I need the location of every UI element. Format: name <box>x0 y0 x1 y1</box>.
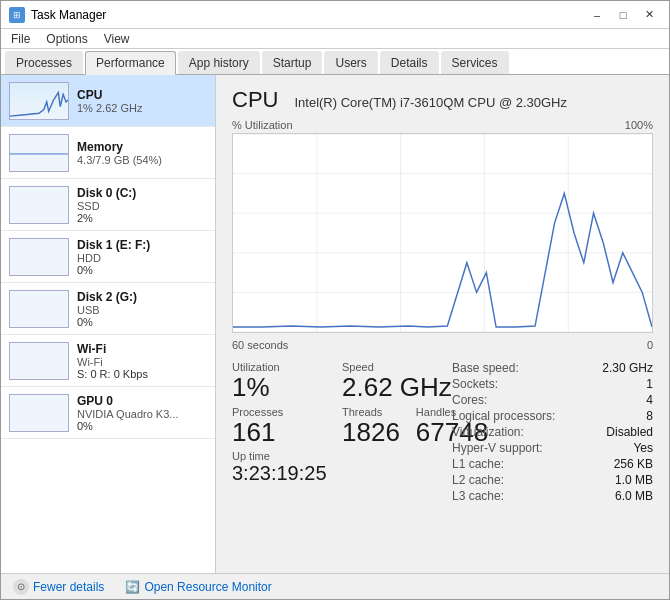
wifi-sidebar-value: S: 0 R: 0 Kbps <box>77 368 207 380</box>
svg-rect-2 <box>10 239 68 275</box>
disk2-sidebar-info: Disk 2 (G:) USB 0% <box>77 290 207 328</box>
fewer-details-link[interactable]: ⊙ Fewer details <box>13 579 104 595</box>
tab-users[interactable]: Users <box>324 51 377 74</box>
uptime-block: Up time 3:23:19:25 <box>232 450 342 484</box>
stats-col2: Speed 2.62 GHz Threads 1826 Handles 6774… <box>342 361 452 505</box>
disk1-sidebar-info: Disk 1 (E: F:) HDD 0% <box>77 238 207 276</box>
detail-processor: Intel(R) Core(TM) i7-3610QM CPU @ 2.30GH… <box>294 95 567 110</box>
l2-cache-label: L2 cache: <box>452 473 572 487</box>
menu-options[interactable]: Options <box>40 30 93 48</box>
speed-block: Speed 2.62 GHz <box>342 361 452 402</box>
l2-cache-row: L2 cache: 1.0 MB <box>452 473 653 487</box>
sidebar-item-memory[interactable]: Memory 4.3/7.9 GB (54%) <box>1 127 215 179</box>
speed-value: 2.62 GHz <box>342 373 452 402</box>
l1-cache-label: L1 cache: <box>452 457 572 471</box>
task-manager-window: ⊞ Task Manager – □ ✕ File Options View P… <box>0 0 670 600</box>
threads-value: 1826 <box>342 418 400 447</box>
gpu0-sidebar-value: 0% <box>77 420 207 432</box>
fewer-details-icon: ⊙ <box>13 579 29 595</box>
logical-processors-value: 8 <box>646 409 653 423</box>
memory-sidebar-title: Memory <box>77 140 207 154</box>
title-bar: ⊞ Task Manager – □ ✕ <box>1 1 669 29</box>
sidebar-item-disk0[interactable]: Disk 0 (C:) SSD 2% <box>1 179 215 231</box>
hyper-v-label: Hyper-V support: <box>452 441 572 455</box>
wifi-sidebar-title: Wi-Fi <box>77 342 207 356</box>
gpu0-sidebar-info: GPU 0 NVIDIA Quadro K3... 0% <box>77 394 207 432</box>
memory-sidebar-subtitle: 4.3/7.9 GB (54%) <box>77 154 207 166</box>
base-speed-row: Base speed: 2.30 GHz <box>452 361 653 375</box>
disk2-sidebar-title: Disk 2 (G:) <box>77 290 207 304</box>
disk0-sidebar-subtitle: SSD <box>77 200 207 212</box>
sidebar-item-gpu0[interactable]: GPU 0 NVIDIA Quadro K3... 0% <box>1 387 215 439</box>
tab-processes[interactable]: Processes <box>5 51 83 74</box>
virtualization-value: Disabled <box>606 425 653 439</box>
chart-x-label: 60 seconds <box>232 339 288 351</box>
l3-cache-row: L3 cache: 6.0 MB <box>452 489 653 503</box>
cpu-mini-graph <box>9 82 69 120</box>
hyper-v-value: Yes <box>633 441 653 455</box>
utilization-block: Utilization 1% <box>232 361 342 402</box>
gpu0-sidebar-title: GPU 0 <box>77 394 207 408</box>
virtualization-row: Virtualization: Disabled <box>452 425 653 439</box>
menu-file[interactable]: File <box>5 30 36 48</box>
close-button[interactable]: ✕ <box>637 5 661 25</box>
logical-processors-row: Logical processors: 8 <box>452 409 653 423</box>
threads-block: Threads 1826 Handles 67748 <box>342 406 452 447</box>
sockets-value: 1 <box>646 377 653 391</box>
detail-title: CPU <box>232 87 278 113</box>
wifi-mini-graph <box>9 342 69 380</box>
disk0-sidebar-value: 2% <box>77 212 207 224</box>
memory-sidebar-info: Memory 4.3/7.9 GB (54%) <box>77 140 207 166</box>
tab-app-history[interactable]: App history <box>178 51 260 74</box>
sidebar-item-wifi[interactable]: Wi-Fi Wi-Fi S: 0 R: 0 Kbps <box>1 335 215 387</box>
tab-performance[interactable]: Performance <box>85 51 176 75</box>
sidebar-item-disk2[interactable]: Disk 2 (G:) USB 0% <box>1 283 215 335</box>
processes-value: 161 <box>232 418 342 447</box>
menu-bar: File Options View <box>1 29 669 49</box>
sidebar-item-disk1[interactable]: Disk 1 (E: F:) HDD 0% <box>1 231 215 283</box>
svg-rect-3 <box>10 291 68 327</box>
base-speed-value: 2.30 GHz <box>602 361 653 375</box>
svg-rect-5 <box>10 395 68 431</box>
cores-value: 4 <box>646 393 653 407</box>
threads-label: Threads <box>342 406 400 418</box>
app-icon: ⊞ <box>9 7 25 23</box>
uptime-value: 3:23:19:25 <box>232 462 342 484</box>
chart-time-label-row: 60 seconds 0 <box>232 339 653 351</box>
chart-y-max: 100% <box>625 119 653 131</box>
logical-processors-label: Logical processors: <box>452 409 572 423</box>
minimize-button[interactable]: – <box>585 5 609 25</box>
gpu0-sidebar-subtitle: NVIDIA Quadro K3... <box>77 408 207 420</box>
bottom-bar: ⊙ Fewer details 🔄 Open Resource Monitor <box>1 573 669 599</box>
sockets-label: Sockets: <box>452 377 572 391</box>
disk1-sidebar-title: Disk 1 (E: F:) <box>77 238 207 252</box>
disk2-mini-graph <box>9 290 69 328</box>
processes-label: Processes <box>232 406 342 418</box>
processes-block: Processes 161 <box>232 406 342 447</box>
tab-startup[interactable]: Startup <box>262 51 323 74</box>
l2-cache-value: 1.0 MB <box>615 473 653 487</box>
maximize-button[interactable]: □ <box>611 5 635 25</box>
disk1-sidebar-value: 0% <box>77 264 207 276</box>
hyper-v-row: Hyper-V support: Yes <box>452 441 653 455</box>
memory-mini-graph <box>9 134 69 172</box>
tab-services[interactable]: Services <box>441 51 509 74</box>
detail-panel: CPU Intel(R) Core(TM) i7-3610QM CPU @ 2.… <box>216 75 669 573</box>
wifi-sidebar-subtitle: Wi-Fi <box>77 356 207 368</box>
cpu-sidebar-subtitle: 1% 2.62 GHz <box>77 102 207 114</box>
l3-cache-label: L3 cache: <box>452 489 572 503</box>
sidebar-item-cpu[interactable]: CPU 1% 2.62 GHz <box>1 75 215 127</box>
wifi-sidebar-info: Wi-Fi Wi-Fi S: 0 R: 0 Kbps <box>77 342 207 380</box>
detail-header: CPU Intel(R) Core(TM) i7-3610QM CPU @ 2.… <box>232 87 653 113</box>
svg-rect-0 <box>10 135 68 171</box>
disk0-sidebar-info: Disk 0 (C:) SSD 2% <box>77 186 207 224</box>
menu-view[interactable]: View <box>98 30 136 48</box>
disk1-sidebar-subtitle: HDD <box>77 252 207 264</box>
cores-label: Cores: <box>452 393 572 407</box>
svg-rect-4 <box>10 343 68 379</box>
open-resource-monitor-link[interactable]: 🔄 Open Resource Monitor <box>124 579 271 595</box>
main-content: CPU 1% 2.62 GHz Memory 4.3/7.9 GB (54%) <box>1 75 669 573</box>
chart-y-label: % Utilization <box>232 119 293 131</box>
tab-details[interactable]: Details <box>380 51 439 74</box>
sockets-row: Sockets: 1 <box>452 377 653 391</box>
